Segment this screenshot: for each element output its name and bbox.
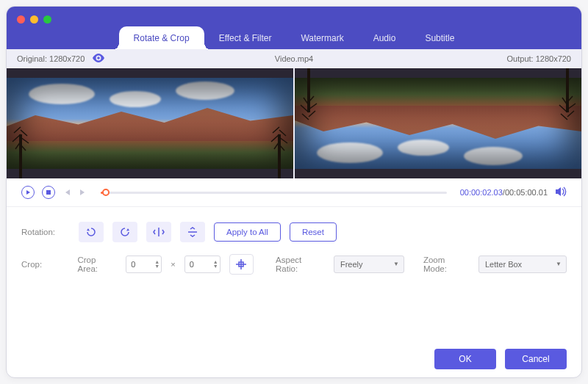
volume-icon[interactable] xyxy=(555,186,567,198)
footer: OK Cancel xyxy=(7,341,581,377)
time-display: 00:00:02.03/00:05:00.01 xyxy=(460,188,548,197)
crop-center-button[interactable] xyxy=(229,254,254,275)
crop-row: Crop: Crop Area: ▲▼ × ▲▼ Aspect Ratio: F… xyxy=(21,254,567,275)
crop-height-down[interactable]: ▼ xyxy=(213,264,218,269)
tab-watermark[interactable]: Watermark xyxy=(286,26,358,50)
crop-height-input[interactable] xyxy=(190,260,204,269)
tab-audio[interactable]: Audio xyxy=(359,26,411,50)
minimize-window-button[interactable] xyxy=(30,15,38,23)
rotation-label: Rotation: xyxy=(21,228,70,236)
stop-button[interactable] xyxy=(42,186,55,199)
preview-area xyxy=(7,68,581,178)
maximize-window-button[interactable] xyxy=(43,15,51,23)
prev-frame-button[interactable] xyxy=(62,188,71,197)
reset-button[interactable]: Reset xyxy=(290,222,337,242)
crop-width-spinner[interactable]: ▲▼ xyxy=(126,256,162,273)
controls-panel: Rotation: Apply to All Reset Crop: Crop … xyxy=(7,216,581,286)
info-bar: Original: 1280x720 Video.mp4 Output: 128… xyxy=(7,49,581,68)
rotate-left-button[interactable] xyxy=(79,222,104,242)
crop-height-spinner[interactable]: ▲▼ xyxy=(184,256,220,273)
apply-to-all-button[interactable]: Apply to All xyxy=(214,222,281,242)
cancel-button[interactable]: Cancel xyxy=(505,349,567,369)
app-window: Rotate & Crop Effect & Filter Watermark … xyxy=(6,6,582,378)
flip-vertical-button[interactable] xyxy=(180,222,205,242)
zoom-mode-select[interactable]: Letter Box xyxy=(478,256,567,273)
tab-bar: Rotate & Crop Effect & Filter Watermark … xyxy=(7,26,581,49)
zoom-mode-label: Zoom Mode: xyxy=(423,256,470,273)
aspect-ratio-select[interactable]: Freely xyxy=(334,256,404,273)
seek-thumb[interactable] xyxy=(102,189,110,196)
seek-slider[interactable] xyxy=(101,192,447,194)
crop-width-input[interactable] xyxy=(131,260,146,269)
window-controls xyxy=(17,15,51,23)
svg-point-0 xyxy=(98,57,101,59)
close-window-button[interactable] xyxy=(17,15,25,23)
aspect-ratio-label: Aspect Ratio: xyxy=(276,256,325,273)
crop-label: Crop: xyxy=(21,260,68,269)
original-resolution-label: Original: 1280x720 xyxy=(17,54,85,63)
preview-toggle-icon[interactable] xyxy=(92,54,105,64)
current-time: 00:00:02.03 xyxy=(460,188,503,197)
next-frame-button[interactable] xyxy=(79,188,87,197)
tab-subtitle[interactable]: Subtitle xyxy=(410,26,469,50)
total-time: /00:05:00.01 xyxy=(503,188,548,197)
divider xyxy=(7,206,581,207)
playback-bar: 00:00:02.03/00:05:00.01 xyxy=(7,178,581,206)
crop-width-down[interactable]: ▼ xyxy=(154,264,159,269)
original-preview xyxy=(7,68,293,178)
crop-separator: × xyxy=(171,260,175,269)
flip-horizontal-button[interactable] xyxy=(146,222,171,242)
rotate-right-button[interactable] xyxy=(112,222,137,242)
tab-effect-filter[interactable]: Effect & Filter xyxy=(204,26,287,50)
tab-rotate-crop[interactable]: Rotate & Crop xyxy=(119,26,204,50)
ok-button[interactable]: OK xyxy=(434,349,496,369)
play-button[interactable] xyxy=(21,186,35,199)
crop-area-label: Crop Area: xyxy=(77,256,117,273)
output-resolution-label: Output: 1280x720 xyxy=(507,54,571,63)
titlebar: Rotate & Crop Effect & Filter Watermark … xyxy=(7,7,581,49)
rotation-row: Rotation: Apply to All Reset xyxy=(21,222,567,242)
output-preview xyxy=(293,68,581,178)
